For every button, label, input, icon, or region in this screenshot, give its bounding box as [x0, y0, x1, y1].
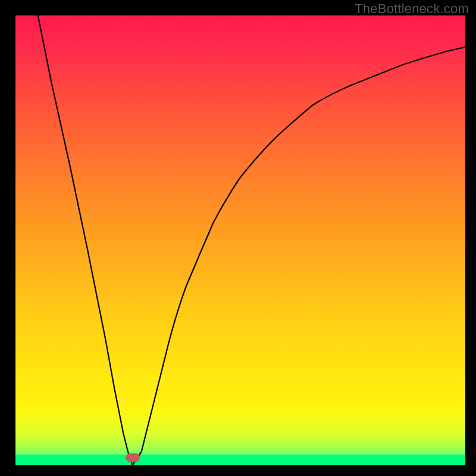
plot-area: [15, 15, 465, 465]
optimal-point-marker: [126, 453, 140, 462]
bottleneck-curve-line: [38, 15, 465, 465]
watermark-text: TheBottleneck.com: [355, 1, 469, 17]
curve-svg: [15, 15, 465, 465]
